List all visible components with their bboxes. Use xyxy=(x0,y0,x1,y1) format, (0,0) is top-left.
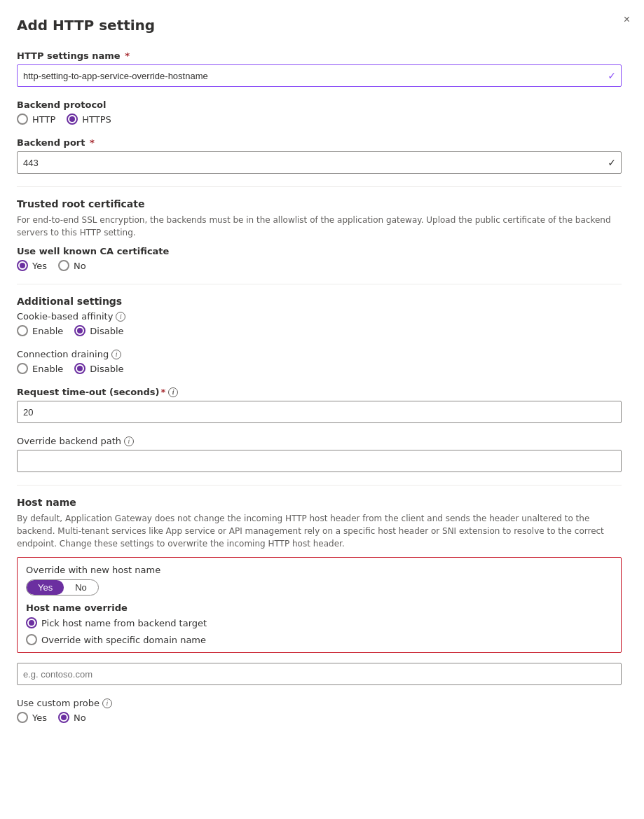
protocol-http-option[interactable]: HTTP xyxy=(17,113,55,125)
hostname-specific-domain-option[interactable]: Override with specific domain name xyxy=(26,634,612,645)
port-checkmark-icon: ✓ xyxy=(608,157,616,168)
custom-probe-yes-radio[interactable] xyxy=(17,712,28,723)
connection-draining-enable-radio[interactable] xyxy=(17,363,28,374)
required-marker-port: * xyxy=(86,137,94,148)
http-settings-name-input[interactable] xyxy=(17,64,622,87)
trusted-root-cert-section: Trusted root certificate For end-to-end … xyxy=(17,198,622,271)
protocol-http-radio[interactable] xyxy=(17,113,28,125)
override-backend-path-input-wrapper xyxy=(17,450,622,472)
backend-port-input-wrapper: ✓ xyxy=(17,151,622,174)
cookie-affinity-label: Cookie-based affinity i xyxy=(17,311,622,322)
ca-cert-yes-option[interactable]: Yes xyxy=(17,260,47,271)
connection-draining-info-icon[interactable]: i xyxy=(111,350,121,359)
cookie-affinity-enable-label: Enable xyxy=(32,326,63,336)
hostname-backend-target-label: Pick host name from backend target xyxy=(41,618,207,628)
host-name-desc: By default, Application Gateway does not… xyxy=(17,512,622,550)
custom-probe-no-option[interactable]: No xyxy=(58,712,86,723)
cookie-affinity-info-icon[interactable]: i xyxy=(116,312,125,322)
custom-probe-no-label: No xyxy=(74,713,86,723)
close-button[interactable]: × xyxy=(624,14,630,25)
divider-3 xyxy=(17,485,622,486)
panel-title: Add HTTP setting xyxy=(17,17,622,34)
custom-probe-no-radio[interactable] xyxy=(58,712,69,723)
custom-probe-yes-label: Yes xyxy=(32,713,47,723)
override-backend-path-input[interactable] xyxy=(17,450,622,472)
backend-protocol-label: Backend protocol xyxy=(17,99,622,110)
override-label: Override with new host name xyxy=(26,565,612,575)
connection-draining-group: Connection draining i Enable Disable xyxy=(17,349,622,374)
custom-probe-group: Use custom probe i Yes No xyxy=(17,698,622,723)
request-timeout-info-icon[interactable]: i xyxy=(168,387,178,397)
protocol-http-label: HTTP xyxy=(32,114,55,125)
override-host-name-box: Override with new host name Yes No Host … xyxy=(17,557,622,653)
custom-probe-radio-group: Yes No xyxy=(17,712,622,723)
domain-input[interactable] xyxy=(17,663,622,685)
connection-draining-enable-label: Enable xyxy=(32,364,63,374)
protocol-https-label: HTTPS xyxy=(82,114,111,125)
request-timeout-label: Request time-out (seconds) * i xyxy=(17,387,622,397)
ca-cert-radio-group: Yes No xyxy=(17,260,622,271)
cookie-affinity-enable-radio[interactable] xyxy=(17,325,28,336)
request-timeout-group: Request time-out (seconds) * i xyxy=(17,387,622,423)
cookie-affinity-disable-label: Disable xyxy=(90,326,123,336)
additional-settings-section: Additional settings Cookie-based affinit… xyxy=(17,296,622,472)
backend-protocol-radio-group: HTTP HTTPS xyxy=(17,113,622,125)
hostname-specific-domain-radio[interactable] xyxy=(26,634,37,645)
custom-probe-info-icon[interactable]: i xyxy=(102,698,112,708)
cookie-affinity-radio-group: Enable Disable xyxy=(17,325,622,336)
cookie-affinity-disable-option[interactable]: Disable xyxy=(74,325,123,336)
backend-port-label: Backend port * xyxy=(17,137,622,148)
connection-draining-disable-label: Disable xyxy=(90,364,123,374)
hostname-backend-target-radio[interactable] xyxy=(26,617,37,628)
cookie-affinity-disable-radio[interactable] xyxy=(74,325,85,336)
required-marker-timeout: * xyxy=(160,387,165,397)
request-timeout-input[interactable] xyxy=(17,401,622,423)
host-name-title: Host name xyxy=(17,497,622,508)
connection-draining-enable-option[interactable]: Enable xyxy=(17,363,63,374)
override-backend-path-label: Override backend path i xyxy=(17,436,622,446)
custom-probe-yes-option[interactable]: Yes xyxy=(17,712,47,723)
cookie-affinity-group: Cookie-based affinity i Enable Disable xyxy=(17,311,622,336)
add-http-setting-panel: Add HTTP setting × HTTP settings name * … xyxy=(0,0,644,819)
ca-cert-no-radio[interactable] xyxy=(58,260,69,271)
request-timeout-input-wrapper xyxy=(17,401,622,423)
cookie-affinity-enable-option[interactable]: Enable xyxy=(17,325,63,336)
required-marker: * xyxy=(122,50,130,61)
ca-cert-no-label: No xyxy=(74,261,86,271)
hostname-override-radio-group: Pick host name from backend target Overr… xyxy=(26,617,612,645)
input-checkmark-icon: ✓ xyxy=(608,70,616,81)
backend-port-group: Backend port * ✓ xyxy=(17,137,622,174)
trusted-root-cert-title: Trusted root certificate xyxy=(17,198,622,209)
connection-draining-label: Connection draining i xyxy=(17,349,622,359)
divider-1 xyxy=(17,186,622,187)
http-settings-name-group: HTTP settings name * ✓ xyxy=(17,50,622,87)
ca-cert-label: Use well known CA certificate xyxy=(17,246,622,256)
backend-port-input[interactable] xyxy=(17,151,622,174)
override-toggle-group: Yes No xyxy=(26,579,99,596)
protocol-https-option[interactable]: HTTPS xyxy=(67,113,111,125)
divider-2 xyxy=(17,284,622,284)
backend-protocol-group: Backend protocol HTTP HTTPS xyxy=(17,99,622,125)
http-settings-name-input-wrapper: ✓ xyxy=(17,64,622,87)
override-backend-path-group: Override backend path i xyxy=(17,436,622,472)
additional-settings-title: Additional settings xyxy=(17,296,622,307)
domain-input-wrapper xyxy=(17,663,622,685)
custom-probe-label: Use custom probe i xyxy=(17,698,622,708)
override-no-toggle[interactable]: No xyxy=(64,580,98,595)
connection-draining-disable-radio[interactable] xyxy=(74,363,85,374)
hostname-override-label: Host name override xyxy=(26,603,612,613)
trusted-root-cert-desc: For end-to-end SSL encryption, the backe… xyxy=(17,214,622,239)
protocol-https-radio[interactable] xyxy=(67,113,78,125)
connection-draining-radio-group: Enable Disable xyxy=(17,363,622,374)
ca-cert-no-option[interactable]: No xyxy=(58,260,86,271)
host-name-section: Host name By default, Application Gatewa… xyxy=(17,497,622,685)
connection-draining-disable-option[interactable]: Disable xyxy=(74,363,123,374)
ca-cert-yes-label: Yes xyxy=(32,261,47,271)
http-settings-name-label: HTTP settings name * xyxy=(17,50,622,61)
hostname-specific-domain-label: Override with specific domain name xyxy=(41,635,206,645)
override-yes-toggle[interactable]: Yes xyxy=(27,580,64,595)
override-backend-path-info-icon[interactable]: i xyxy=(124,436,134,446)
hostname-backend-target-option[interactable]: Pick host name from backend target xyxy=(26,617,612,628)
ca-cert-yes-radio[interactable] xyxy=(17,260,28,271)
